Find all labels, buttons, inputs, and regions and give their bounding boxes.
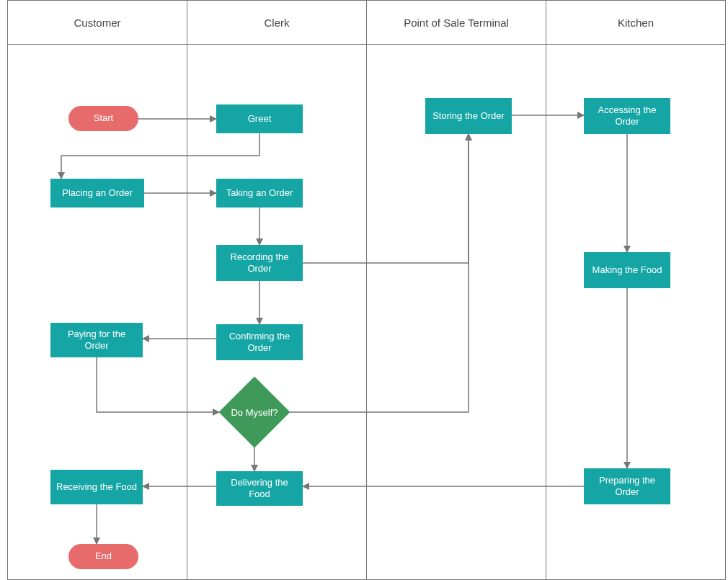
node-do-myself-label: Do Myself? bbox=[231, 407, 278, 418]
node-greet: Greet bbox=[216, 104, 303, 133]
node-end: End bbox=[68, 544, 138, 569]
lane-header-pos: Point of Sale Terminal bbox=[366, 0, 546, 45]
node-recording-order: Recording the Order bbox=[216, 245, 303, 281]
lane-header-customer: Customer bbox=[7, 0, 187, 45]
node-placing-order: Placing an Order bbox=[50, 179, 144, 208]
node-storing-order: Storing the Order bbox=[425, 98, 512, 134]
node-receiving-food: Receiving the Food bbox=[50, 470, 143, 504]
lane-header-clerk: Clerk bbox=[187, 0, 367, 45]
node-preparing-order: Preparing the Order bbox=[584, 468, 670, 504]
node-accessing-order: Accessing the Order bbox=[584, 98, 670, 134]
node-start: Start bbox=[68, 106, 138, 131]
node-delivering-food: Delivering the Food bbox=[216, 471, 303, 506]
node-making-food: Making the Food bbox=[584, 252, 670, 288]
node-do-myself: Do Myself? bbox=[229, 387, 280, 437]
node-taking-order: Taking an Order bbox=[216, 179, 303, 208]
node-confirming-order: Confirming the Order bbox=[216, 324, 303, 360]
node-paying-order: Paying for the Order bbox=[50, 323, 143, 357]
lane-header-kitchen: Kitchen bbox=[546, 0, 726, 45]
swimlane-diagram: Customer Clerk Point of Sale Terminal Ki… bbox=[0, 0, 728, 580]
